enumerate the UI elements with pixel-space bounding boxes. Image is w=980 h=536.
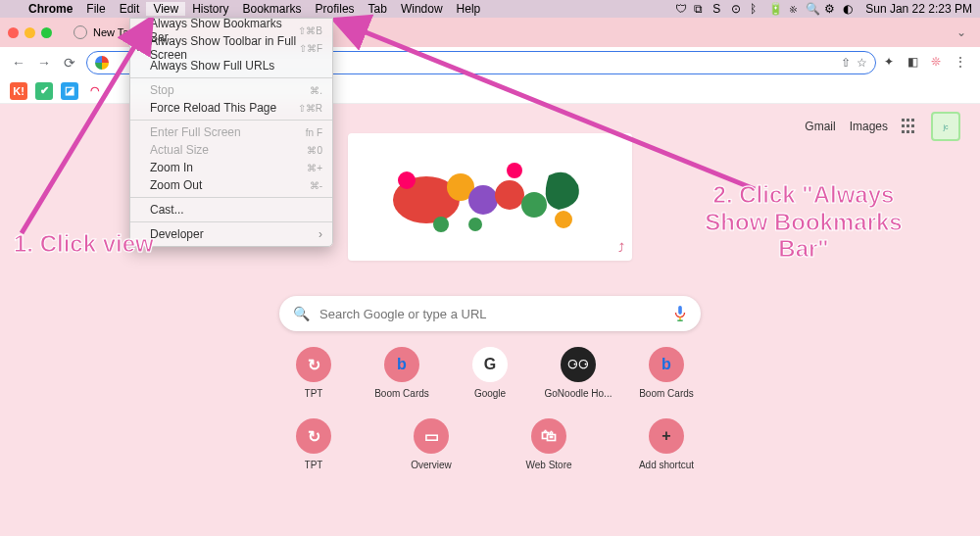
- view-menu-item: Stop⌘.: [130, 81, 332, 99]
- images-link[interactable]: Images: [850, 120, 888, 133]
- tabstrip-chevron-icon[interactable]: ⌄: [951, 25, 972, 39]
- view-menu-item: Enter Full Screenfn F: [130, 123, 332, 141]
- menu-help[interactable]: Help: [450, 2, 488, 16]
- back-button[interactable]: ←: [10, 55, 27, 71]
- view-menu-item[interactable]: Always Show Full URLs: [130, 57, 332, 74]
- mic-icon[interactable]: [673, 305, 687, 322]
- menu-view[interactable]: View: [146, 2, 185, 16]
- menu-app[interactable]: Chrome: [22, 2, 79, 16]
- shortcut-tile[interactable]: ↻TPT: [279, 347, 348, 399]
- view-menu-item[interactable]: Zoom In⌘+: [130, 159, 332, 176]
- menu-edit[interactable]: Edit: [113, 2, 147, 16]
- search-icon: 🔍: [293, 306, 310, 321]
- google-doodle[interactable]: ⤴: [348, 133, 632, 261]
- gmail-link[interactable]: Gmail: [805, 120, 835, 133]
- bookmark-rainbow[interactable]: ◠: [86, 82, 104, 100]
- svg-point-4: [521, 192, 547, 218]
- shortcut-tile[interactable]: GGoogle: [456, 347, 524, 399]
- status-icon[interactable]: ◐: [843, 2, 857, 16]
- shortcut-tile[interactable]: ↻TPT: [279, 418, 348, 470]
- search-input[interactable]: [319, 307, 663, 321]
- status-icon[interactable]: 🛡: [675, 2, 689, 16]
- view-menu-item: Actual Size⌘0: [130, 141, 332, 159]
- status-icon[interactable]: ⊙: [731, 2, 745, 16]
- menu-bookmarks[interactable]: Bookmarks: [236, 2, 309, 16]
- svg-point-9: [507, 163, 522, 178]
- view-menu-item[interactable]: Developer›: [130, 225, 332, 243]
- shortcut-tile[interactable]: 🛍Web Store: [514, 418, 583, 470]
- bookmark-blue[interactable]: ◪: [61, 82, 78, 100]
- profile-avatar[interactable]: jc: [931, 112, 960, 141]
- macos-menubar: Chrome File Edit View History Bookmarks …: [0, 0, 980, 18]
- maximize-button[interactable]: [41, 27, 52, 38]
- battery-icon[interactable]: 🔋: [768, 2, 782, 16]
- bluetooth-icon[interactable]: ᛒ: [750, 2, 763, 16]
- share-icon[interactable]: ⇧: [841, 56, 851, 70]
- shortcut-label: Web Store: [525, 460, 571, 470]
- shortcut-tile[interactable]: +Add shortcut: [632, 418, 701, 470]
- status-icon[interactable]: ⧉: [694, 2, 708, 16]
- shortcut-icon: ↻: [296, 347, 331, 382]
- reload-button[interactable]: ⟳: [61, 55, 78, 71]
- clock[interactable]: Sun Jan 22 2:23 PM: [865, 2, 972, 16]
- shortcut-label: TPT: [305, 460, 323, 470]
- search-bar[interactable]: 🔍: [279, 296, 701, 331]
- svg-rect-10: [678, 306, 682, 315]
- view-menu-dropdown: Always Show Bookmarks Bar⇧⌘B✓Always Show…: [129, 18, 333, 247]
- svg-point-6: [433, 217, 449, 232]
- close-button[interactable]: [8, 27, 19, 38]
- kebab-menu-icon[interactable]: ⋮: [955, 55, 970, 71]
- sidepanel-icon[interactable]: ◧: [907, 55, 923, 71]
- view-menu-item[interactable]: ✓Always Show Toolbar in Full Screen⇧⌘F: [130, 39, 332, 57]
- shortcut-tile[interactable]: bBoom Cards: [632, 347, 701, 399]
- shortcut-icon: ⚆⚆: [561, 347, 596, 382]
- shortcut-tile[interactable]: bBoom Cards: [368, 347, 436, 399]
- shortcut-tile[interactable]: ⚆⚆GoNoodle Ho...: [544, 347, 612, 399]
- bookmark-check[interactable]: ✔: [35, 82, 53, 100]
- svg-point-3: [495, 180, 524, 210]
- shortcut-label: Add shortcut: [639, 460, 694, 470]
- google-icon: [95, 56, 109, 70]
- apps-grid-icon[interactable]: [902, 119, 917, 134]
- view-menu-item[interactable]: Force Reload This Page⇧⌘R: [130, 99, 332, 117]
- status-icon[interactable]: S: [712, 2, 726, 16]
- menubar-right: 🛡 ⧉ S ⊙ ᛒ 🔋 ⨳ 🔍 ⚙ ◐ Sun Jan 22 2:23 PM: [675, 2, 972, 16]
- doodle-share-icon[interactable]: ⤴: [618, 241, 624, 255]
- menu-window[interactable]: Window: [394, 2, 450, 16]
- pink-ext-icon[interactable]: ❊: [931, 55, 947, 71]
- menu-tab[interactable]: Tab: [362, 2, 394, 16]
- shortcut-label: Boom Cards: [374, 388, 429, 399]
- view-menu-item[interactable]: Cast...: [130, 201, 332, 219]
- bookmark-star-icon[interactable]: ☆: [857, 56, 867, 70]
- control-center-icon[interactable]: ⚙: [824, 2, 838, 16]
- svg-point-8: [468, 218, 482, 231]
- menu-file[interactable]: File: [79, 2, 112, 16]
- forward-button[interactable]: →: [35, 55, 53, 71]
- menu-profiles[interactable]: Profiles: [309, 2, 362, 16]
- view-menu-item[interactable]: Zoom Out⌘-: [130, 176, 332, 194]
- shortcut-label: Boom Cards: [639, 388, 694, 399]
- shortcut-icon: G: [472, 347, 508, 382]
- shortcut-icon: ↻: [296, 418, 331, 454]
- shortcut-tile[interactable]: ▭Overview: [397, 418, 466, 470]
- wifi-icon[interactable]: ⨳: [787, 2, 801, 16]
- ntp-header: Gmail Images jc: [805, 112, 960, 141]
- svg-point-5: [398, 171, 416, 189]
- svg-point-7: [555, 211, 572, 228]
- shortcut-icon: +: [649, 418, 684, 454]
- bookmark-kahoot[interactable]: K!: [10, 82, 27, 100]
- shortcut-icon: b: [649, 347, 684, 382]
- shortcut-icon: 🛍: [531, 418, 566, 454]
- extensions-icon[interactable]: ✦: [884, 55, 900, 71]
- shortcut-icon: ▭: [414, 418, 449, 454]
- search-icon[interactable]: 🔍: [806, 2, 819, 16]
- shortcut-label: TPT: [305, 388, 323, 399]
- tab-favicon: [74, 25, 87, 39]
- shortcut-icon: b: [384, 347, 419, 382]
- shortcut-label: GoNoodle Ho...: [545, 388, 612, 399]
- svg-point-2: [468, 185, 498, 215]
- minimize-button[interactable]: [24, 27, 35, 38]
- doodle-image: [368, 146, 612, 249]
- shortcut-grid: ↻TPTbBoom CardsGGoogle⚆⚆GoNoodle Ho...bB…: [279, 347, 701, 470]
- menu-history[interactable]: History: [185, 2, 235, 16]
